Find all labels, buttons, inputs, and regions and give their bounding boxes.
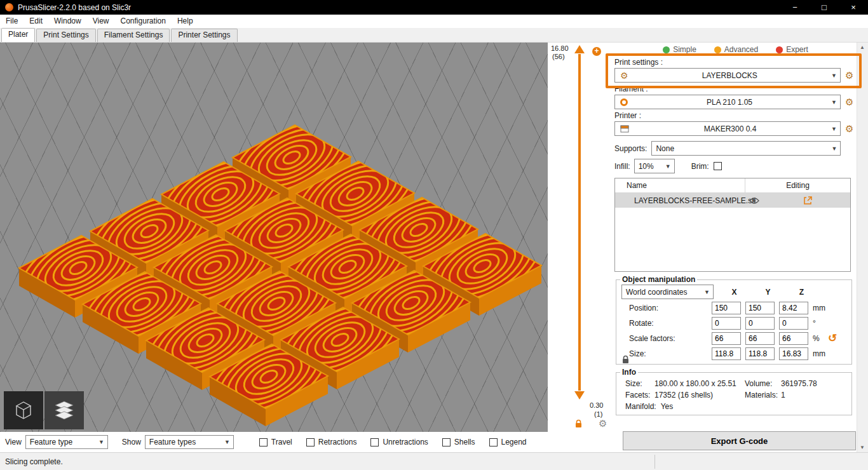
view-label: View xyxy=(5,438,22,446)
layer-slider-track[interactable] xyxy=(578,54,581,391)
print-settings-dropdown[interactable]: ⚙ LAYERBLOCKS ▼ xyxy=(614,68,841,83)
size-z-input[interactable] xyxy=(779,347,808,360)
info-materials-value: 1 xyxy=(781,391,785,399)
supports-dropdown[interactable]: None ▼ xyxy=(651,141,841,156)
scroll-up-icon[interactable]: ▲ xyxy=(860,44,865,50)
sliced-model-preview[interactable] xyxy=(0,43,548,432)
slider-up-arrow-icon[interactable] xyxy=(574,45,585,53)
show-dropdown[interactable]: Feature types ▼ xyxy=(145,435,234,449)
prusaslicer-window: PrusaSlicer-2.2.0 based on Slic3r − □ × … xyxy=(0,0,868,470)
chevron-down-icon: ▼ xyxy=(665,163,671,170)
view-dropdown[interactable]: Feature type ▼ xyxy=(25,435,108,449)
minimize-button[interactable]: − xyxy=(780,0,810,15)
chevron-down-icon: ▼ xyxy=(831,72,837,79)
mode-expert-label: Expert xyxy=(786,45,808,54)
filament-dropdown[interactable]: PLA 210 1.05 ▼ xyxy=(614,95,841,109)
settings-tab-bar: Plater Print Settings Filament Settings … xyxy=(0,28,868,43)
filament-gear-icon[interactable]: ⚙ xyxy=(845,97,853,108)
legend-checkbox[interactable] xyxy=(489,438,498,446)
progress-area xyxy=(654,455,865,469)
app-logo-icon xyxy=(5,3,13,11)
rotate-x-input[interactable] xyxy=(712,317,741,330)
mode-expert-button[interactable]: Expert xyxy=(770,43,815,56)
close-button[interactable]: × xyxy=(839,0,868,15)
slider-gear-icon[interactable]: ⚙ xyxy=(599,418,607,429)
brim-checkbox[interactable] xyxy=(714,162,722,170)
export-gcode-button[interactable]: Export G-code xyxy=(623,431,856,450)
object-name: LAYERBLOCKS-FREE-SAMPLE.stl xyxy=(615,196,756,205)
menu-item-help[interactable]: Help xyxy=(172,15,199,28)
maximize-button[interactable]: □ xyxy=(810,0,839,15)
layers-icon xyxy=(53,399,76,421)
object-manipulation-panel: Object manipulation World coordinates ▼ … xyxy=(616,275,852,365)
menu-item-edit[interactable]: Edit xyxy=(24,15,48,28)
size-y-input[interactable] xyxy=(745,347,775,360)
rotate-z-input[interactable] xyxy=(779,317,808,330)
printer-icon xyxy=(620,125,629,133)
retractions-label: Retractions xyxy=(318,438,357,446)
position-z-input[interactable] xyxy=(779,302,808,314)
scroll-down-icon[interactable]: ▼ xyxy=(860,445,865,450)
menu-item-file[interactable]: File xyxy=(0,15,24,28)
object-list-table: Name Editing LAYERBLOCKS-FREE-SAMPLE.stl xyxy=(614,178,851,272)
mode-advanced-button[interactable]: Advanced xyxy=(708,43,764,56)
unretractions-checkbox[interactable] xyxy=(370,438,379,446)
tab-printer-settings[interactable]: Printer Settings xyxy=(171,29,237,42)
info-materials-label: Materials: xyxy=(745,391,781,399)
size-x-input[interactable] xyxy=(712,347,741,360)
info-facets-value: 17352 (16 shells) xyxy=(654,391,745,399)
info-panel: Info Size: 180.00 x 180.00 x 25.51 Volum… xyxy=(616,368,852,415)
axis-x-header: X xyxy=(717,288,751,297)
menu-item-window[interactable]: Window xyxy=(48,15,87,28)
rotate-y-input[interactable] xyxy=(745,317,775,330)
slider-lock-icon[interactable] xyxy=(574,419,583,431)
chevron-down-icon: ▼ xyxy=(831,145,837,152)
printer-dropdown[interactable]: MAKER300 0.4 ▼ xyxy=(614,121,841,136)
panel-scrollbar[interactable]: ▲ ▼ xyxy=(857,43,868,452)
reset-scale-icon[interactable]: ↺ xyxy=(828,334,837,343)
axis-y-header: Y xyxy=(751,288,785,297)
3d-viewport[interactable] xyxy=(0,43,548,432)
layers-view-thumbnail[interactable] xyxy=(44,391,84,429)
scale-z-input[interactable] xyxy=(779,332,808,345)
scale-x-input[interactable] xyxy=(712,332,741,345)
shells-label: Shells xyxy=(454,438,475,446)
position-x-input[interactable] xyxy=(712,302,741,314)
mode-advanced-label: Advanced xyxy=(724,45,758,54)
retractions-checkbox[interactable] xyxy=(306,438,315,446)
tab-print-settings[interactable]: Print Settings xyxy=(36,29,95,42)
travel-checkbox[interactable] xyxy=(259,438,268,446)
preview-toolbar: View Feature type ▼ Show Feature types ▼… xyxy=(0,432,609,452)
tab-plater[interactable]: Plater xyxy=(1,28,35,42)
infill-dropdown[interactable]: 10% ▼ xyxy=(634,159,675,173)
name-column-header[interactable]: Name xyxy=(615,178,745,192)
printer-value: MAKER300 0.4 xyxy=(629,124,840,133)
view-value: Feature type xyxy=(30,438,72,446)
brim-label: Brim: xyxy=(691,162,709,171)
menu-item-view[interactable]: View xyxy=(87,15,115,28)
coordinates-dropdown[interactable]: World coordinates ▼ xyxy=(621,285,714,299)
uniform-scale-lock-icon[interactable] xyxy=(621,355,630,366)
editing-column-header[interactable]: Editing xyxy=(745,181,850,190)
edit-layers-icon[interactable] xyxy=(803,196,813,207)
mode-simple-button[interactable]: Simple xyxy=(656,43,703,56)
menu-item-configuration[interactable]: Configuration xyxy=(115,15,172,28)
scale-y-input[interactable] xyxy=(745,332,775,345)
position-y-input[interactable] xyxy=(745,302,775,314)
print-settings-preset-icon: ⚙ xyxy=(620,70,628,81)
mode-simple-label: Simple xyxy=(673,45,696,54)
eye-icon[interactable] xyxy=(749,197,759,206)
rotate-unit: ° xyxy=(813,319,827,328)
info-facets-label: Facets: xyxy=(625,391,654,399)
object-row[interactable]: LAYERBLOCKS-FREE-SAMPLE.stl xyxy=(615,193,850,208)
slider-plus-icon[interactable]: + xyxy=(592,47,601,56)
printer-gear-icon[interactable]: ⚙ xyxy=(845,123,853,135)
window-title: PrusaSlicer-2.2.0 based on Slic3r xyxy=(18,3,131,12)
menu-bar: File Edit Window View Configuration Help xyxy=(0,15,868,28)
shells-checkbox[interactable] xyxy=(442,438,451,446)
slider-down-arrow-icon[interactable] xyxy=(574,391,585,399)
3d-view-thumbnail[interactable] xyxy=(4,391,43,429)
print-settings-gear-icon[interactable]: ⚙ xyxy=(845,70,853,81)
chevron-down-icon: ▼ xyxy=(831,99,837,105)
tab-filament-settings[interactable]: Filament Settings xyxy=(97,29,170,42)
